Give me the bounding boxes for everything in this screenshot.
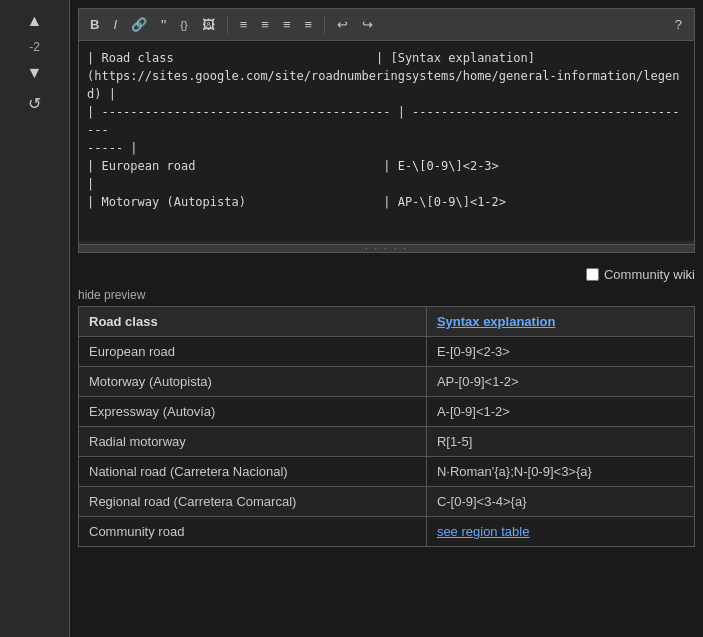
italic-button[interactable]: I <box>108 14 122 35</box>
table-row: European roadE-[0-9]<2-3> <box>79 337 695 367</box>
code-button[interactable]: {} <box>175 16 192 34</box>
resize-handle[interactable]: · · · · · <box>79 244 694 252</box>
community-wiki-label: Community wiki <box>586 267 695 282</box>
table-header-row: Road class Syntax explanation <box>79 307 695 337</box>
help-button[interactable]: ? <box>669 14 688 35</box>
hide-preview-button[interactable]: hide preview <box>70 288 703 306</box>
editor-container: B I 🔗 " {} 🖼 ≡ ≡ ≡ ≡ ↩ ↪ ? | Road class … <box>78 8 695 253</box>
scroll-down-button[interactable]: ▼ <box>19 60 51 86</box>
table-row: Community roadsee region table <box>79 517 695 547</box>
link-button[interactable]: 🔗 <box>126 14 152 35</box>
cell-syntax: N·Roman'{a};N-[0-9]<3>{a} <box>426 457 694 487</box>
separator-1 <box>227 16 228 34</box>
image-button[interactable]: 🖼 <box>197 14 220 35</box>
cell-syntax: A-[0-9]<1-2> <box>426 397 694 427</box>
cell-road-class: Radial motorway <box>79 427 427 457</box>
below-editor: Community wiki <box>70 261 703 288</box>
main-content: B I 🔗 " {} 🖼 ≡ ≡ ≡ ≡ ↩ ↪ ? | Road class … <box>70 8 703 547</box>
table-row: Expressway (Autovía)A-[0-9]<1-2> <box>79 397 695 427</box>
ordered-list-button[interactable]: ≡ <box>235 14 253 35</box>
align-left-button[interactable]: ≡ <box>278 14 296 35</box>
cell-road-class: Community road <box>79 517 427 547</box>
separator-2 <box>324 16 325 34</box>
col-road-class: Road class <box>79 307 427 337</box>
preview-table: Road class Syntax explanation European r… <box>78 306 695 547</box>
bold-button[interactable]: B <box>85 14 104 35</box>
scroll-up-button[interactable]: ▲ <box>19 8 51 34</box>
unordered-list-button[interactable]: ≡ <box>256 14 274 35</box>
cell-syntax: see region table <box>426 517 694 547</box>
cell-road-class: Motorway (Autopista) <box>79 367 427 397</box>
col-syntax: Syntax explanation <box>426 307 694 337</box>
history-button[interactable]: ↺ <box>20 90 49 117</box>
community-wiki-checkbox[interactable] <box>586 268 599 281</box>
cell-syntax: AP-[0-9]<1-2> <box>426 367 694 397</box>
table-row: National road (Carretera Nacional)N·Roma… <box>79 457 695 487</box>
resize-dots: · · · · · <box>365 243 408 254</box>
editor-textarea[interactable]: | Road class | [Syntax explanation] (htt… <box>79 41 694 241</box>
cell-syntax: E-[0-9]<2-3> <box>426 337 694 367</box>
cell-road-class: Expressway (Autovía) <box>79 397 427 427</box>
table-row: Motorway (Autopista)AP-[0-9]<1-2> <box>79 367 695 397</box>
cell-road-class: National road (Carretera Nacional) <box>79 457 427 487</box>
see-region-table-link[interactable]: see region table <box>437 524 530 539</box>
align-right-button[interactable]: ≡ <box>299 14 317 35</box>
redo-button[interactable]: ↪ <box>357 14 378 35</box>
cell-syntax: C-[0-9]<3-4>{a} <box>426 487 694 517</box>
cell-road-class: Regional road (Carretera Comarcal) <box>79 487 427 517</box>
cell-road-class: European road <box>79 337 427 367</box>
toolbar: B I 🔗 " {} 🖼 ≡ ≡ ≡ ≡ ↩ ↪ ? <box>79 9 694 41</box>
cell-syntax: R[1-5] <box>426 427 694 457</box>
syntax-explanation-link[interactable]: Syntax explanation <box>437 314 555 329</box>
table-row: Radial motorwayR[1-5] <box>79 427 695 457</box>
undo-button[interactable]: ↩ <box>332 14 353 35</box>
community-wiki-text: Community wiki <box>604 267 695 282</box>
table-row: Regional road (Carretera Comarcal)C-[0-9… <box>79 487 695 517</box>
quote-button[interactable]: " <box>156 13 171 36</box>
zoom-level: -2 <box>29 38 40 56</box>
